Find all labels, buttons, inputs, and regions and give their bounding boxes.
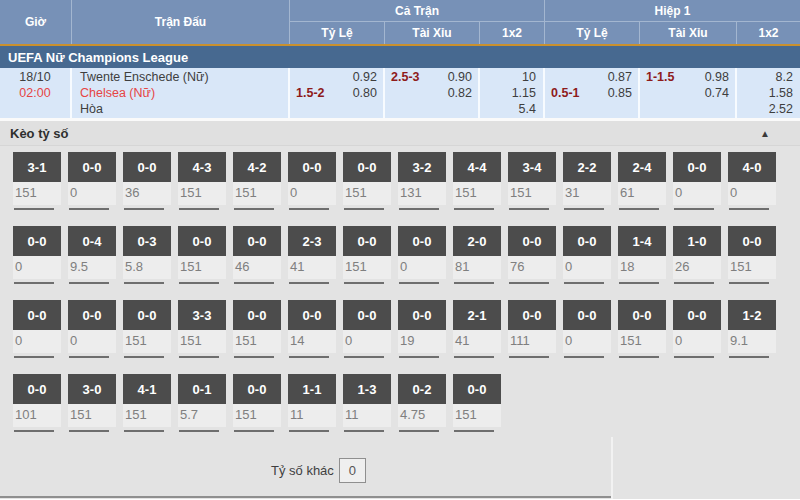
- score-odds-cell[interactable]: 3-3151: [178, 300, 226, 358]
- score-label: 4-4: [453, 152, 501, 182]
- score-label: 0-0: [68, 300, 116, 330]
- score-odds-cell[interactable]: 3-2131: [398, 152, 446, 210]
- score-odds-cell[interactable]: 0-0151: [343, 152, 391, 210]
- score-odds-cell[interactable]: 0-0151: [618, 300, 666, 358]
- other-score-value-box[interactable]: 0: [339, 458, 366, 483]
- full-over-odds[interactable]: 2.5-3 0.90: [385, 69, 478, 85]
- full-1x2-home[interactable]: 10: [480, 69, 536, 85]
- score-odds-cell[interactable]: 0-0101: [13, 374, 61, 432]
- score-cell-body: 0-0101: [13, 374, 61, 427]
- score-odds-cell[interactable]: 4-2151: [233, 152, 281, 210]
- score-odds-cell[interactable]: 0-046: [233, 226, 281, 284]
- score-odds-cell[interactable]: 0-00: [288, 152, 336, 210]
- vertical-divider: [611, 437, 613, 499]
- score-odds-cell[interactable]: 2-461: [618, 152, 666, 210]
- score-odds-cell[interactable]: 0-00: [13, 226, 61, 284]
- score-label: 0-0: [398, 226, 446, 256]
- score-odds-cell[interactable]: 0-014: [288, 300, 336, 358]
- score-odds-cell[interactable]: 0-00: [68, 152, 116, 210]
- score-odds-cell[interactable]: 0-00: [13, 300, 61, 358]
- score-odds-cell[interactable]: 0-49.5: [68, 226, 116, 284]
- score-label: 2-4: [618, 152, 666, 182]
- panel-bottom-border: [0, 496, 612, 498]
- score-odds-cell[interactable]: 0-019: [398, 300, 446, 358]
- score-odds-cell[interactable]: 1-418: [618, 226, 666, 284]
- score-cell-body: 0-00: [398, 226, 446, 279]
- score-odds-cell[interactable]: 0-00: [563, 226, 611, 284]
- score-odds-cell[interactable]: 4-00: [728, 152, 776, 210]
- half-handicap-home-odds[interactable]: 0.87: [545, 69, 638, 85]
- score-label: 0-1: [178, 374, 226, 404]
- full-handicap-home-odds[interactable]: 0.92: [290, 69, 383, 85]
- score-odds-cell[interactable]: 0-0151: [233, 300, 281, 358]
- score-odds-cell[interactable]: 0-0151: [728, 226, 776, 284]
- score-odds-cell[interactable]: 0-35.8: [123, 226, 171, 284]
- score-odds-cell[interactable]: 2-231: [563, 152, 611, 210]
- score-label: 0-0: [728, 226, 776, 256]
- score-cell-body: 0-0151: [343, 152, 391, 205]
- cell-underline: [619, 356, 659, 358]
- odd-value: 151: [453, 182, 501, 205]
- score-odds-cell[interactable]: 0-00: [563, 300, 611, 358]
- collapse-arrow-icon[interactable]: ▲: [760, 128, 790, 139]
- header-half-handicap: Tỷ Lệ: [545, 22, 640, 44]
- header-half-overunder: Tài Xỉu: [640, 22, 737, 44]
- match-date: 18/10: [0, 69, 70, 85]
- score-odds-cell[interactable]: 0-00: [673, 152, 721, 210]
- half-1x2-draw[interactable]: 2.52: [737, 101, 793, 117]
- half-1x2-away[interactable]: 1.58: [737, 85, 793, 101]
- score-odds-cell[interactable]: 0-0151: [178, 226, 226, 284]
- odd-value: 111: [508, 330, 556, 353]
- half-1x2-home[interactable]: 8.2: [737, 69, 793, 85]
- cell-underline: [454, 356, 494, 358]
- score-odds-cell[interactable]: 3-4151: [508, 152, 556, 210]
- full-under-odds[interactable]: 0.82: [385, 85, 478, 101]
- score-odds-cell[interactable]: 0-0151: [233, 374, 281, 432]
- score-odds-cell[interactable]: 2-341: [288, 226, 336, 284]
- score-cell-body: 0-0151: [123, 300, 171, 353]
- score-odds-cell[interactable]: 0-00: [398, 226, 446, 284]
- score-odds-cell[interactable]: 1-026: [673, 226, 721, 284]
- half-over-odds[interactable]: 1-1.5 0.98: [640, 69, 735, 85]
- score-label: 0-0: [13, 226, 61, 256]
- score-odds-cell[interactable]: 0-00: [673, 300, 721, 358]
- score-odds-cell[interactable]: 0-0111: [508, 300, 556, 358]
- score-odds-cell[interactable]: 4-3151: [178, 152, 226, 210]
- half-handicap-away-odds[interactable]: 0.5-1 0.85: [545, 85, 638, 101]
- score-odds-cell[interactable]: 4-4151: [453, 152, 501, 210]
- score-odds-cell[interactable]: 3-0151: [68, 374, 116, 432]
- score-label: 0-0: [563, 300, 611, 330]
- score-odds-cell[interactable]: 0-00: [68, 300, 116, 358]
- score-cell-body: 4-00: [728, 152, 776, 205]
- score-cell-body: 2-341: [288, 226, 336, 279]
- score-odds-cell[interactable]: 0-076: [508, 226, 556, 284]
- score-odds-cell[interactable]: 1-311: [343, 374, 391, 432]
- full-1x2-away[interactable]: 1.15: [480, 85, 536, 101]
- full-handicap-away-odds[interactable]: 1.5-2 0.80: [290, 85, 383, 101]
- full-1x2-draw[interactable]: 5.4: [480, 101, 536, 117]
- score-cell-body: 1-111: [288, 374, 336, 427]
- score-odds-cell[interactable]: 3-1151: [13, 152, 61, 210]
- score-odds-cell[interactable]: 0-24.75: [398, 374, 446, 432]
- score-odds-cell[interactable]: 4-1151: [123, 374, 171, 432]
- score-odds-cell[interactable]: 2-081: [453, 226, 501, 284]
- odd-value: 151: [618, 330, 666, 353]
- score-odds-cell[interactable]: 0-0151: [123, 300, 171, 358]
- score-label: 0-0: [13, 300, 61, 330]
- score-label: 0-0: [123, 152, 171, 182]
- score-odds-cell[interactable]: 0-15.7: [178, 374, 226, 432]
- score-odds-cell[interactable]: 1-111: [288, 374, 336, 432]
- score-section-toggle[interactable]: Kèo tỷ số ▲: [0, 121, 800, 146]
- score-odds-cell[interactable]: 0-00: [343, 300, 391, 358]
- score-cell-body: 4-2151: [233, 152, 281, 205]
- score-odds-cell[interactable]: 0-0151: [453, 374, 501, 432]
- score-odds-cell[interactable]: 2-141: [453, 300, 501, 358]
- cell-underline: [69, 208, 109, 210]
- half-under-odds[interactable]: 0.74: [640, 85, 735, 101]
- score-odds-cell[interactable]: 0-0151: [343, 226, 391, 284]
- half-handicap-cell: 0.87 0.5-1 0.85: [545, 68, 640, 118]
- score-odds-cell[interactable]: 0-036: [123, 152, 171, 210]
- score-odds-cell[interactable]: 1-29.1: [728, 300, 776, 358]
- cell-underline: [399, 208, 439, 210]
- score-cell-body: 3-3151: [178, 300, 226, 353]
